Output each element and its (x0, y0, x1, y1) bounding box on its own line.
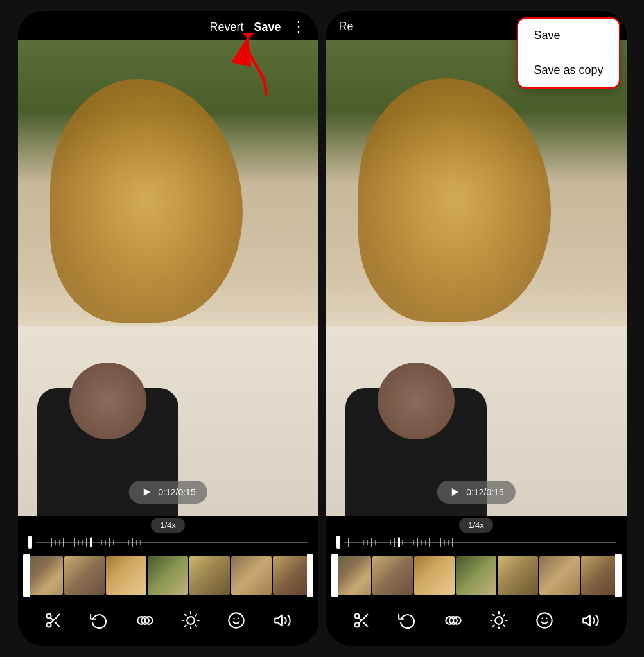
brightness-tool-left[interactable] (178, 608, 204, 633)
emoji-icon-right (535, 611, 553, 629)
filters-icon (136, 611, 154, 629)
revert-button-right[interactable]: Re (339, 20, 354, 33)
tick (452, 538, 453, 547)
emoji-tool-right[interactable] (532, 608, 557, 633)
right-phone-screen: Save Save as copy Re 0:12/0:15 (326, 11, 627, 646)
left-speed-area: 1/4x (18, 516, 318, 533)
tick (410, 540, 410, 545)
timeline-start-handle-right (336, 536, 340, 549)
play-button-left[interactable] (140, 486, 153, 499)
svg-line-13 (185, 615, 186, 616)
save-option[interactable]: Save (518, 19, 618, 53)
tick (78, 540, 79, 545)
brightness-icon-right (490, 611, 508, 629)
right-play-overlay: 0:12/0:15 (437, 481, 515, 504)
tick (375, 540, 376, 545)
right-timeline-bar[interactable] (344, 542, 616, 543)
tick (413, 540, 414, 545)
tick (425, 540, 426, 545)
more-options-left[interactable]: ⋮ (292, 20, 306, 34)
tick (59, 540, 60, 545)
right-filmstrip[interactable] (326, 554, 627, 597)
tick (63, 538, 64, 547)
filters-icon-right (444, 611, 462, 629)
left-speed-label: 1/4x (151, 518, 185, 533)
filmstrip-right-handle[interactable] (307, 554, 313, 597)
svg-point-19 (229, 613, 244, 627)
svg-point-10 (187, 617, 195, 624)
filmstrip-right-handle-right[interactable] (615, 554, 622, 597)
play-button-right[interactable] (448, 486, 461, 499)
tick (132, 538, 133, 547)
left-timeline[interactable] (18, 533, 318, 551)
tick (44, 540, 44, 545)
tick (352, 540, 352, 545)
volume-tool-right[interactable] (578, 608, 604, 633)
play-triangle-icon-right (451, 488, 458, 496)
film-frame (231, 556, 272, 595)
film-frame (64, 556, 105, 595)
left-timeline-bar[interactable] (36, 542, 308, 543)
right-timeline[interactable] (326, 533, 627, 551)
save-as-copy-option[interactable]: Save as copy (518, 53, 618, 87)
left-video-area: 0:12/0:15 (18, 40, 318, 516)
timeline-start-handle (28, 536, 32, 549)
tick (417, 538, 418, 547)
film-frame (456, 556, 496, 595)
filters-tool-right[interactable] (440, 608, 466, 633)
tick (379, 540, 379, 545)
tick (121, 538, 121, 547)
right-video-area: 0:12/0:15 (326, 40, 627, 516)
tick (94, 540, 94, 545)
volume-icon-right (582, 611, 600, 629)
filmstrip-left-handle-right[interactable] (331, 554, 338, 597)
timeline-playhead[interactable] (90, 537, 92, 547)
rotate-tool-right[interactable] (394, 608, 420, 633)
right-speed-label: 1/4x (459, 518, 493, 533)
svg-point-40 (537, 613, 552, 627)
film-frame (148, 556, 188, 595)
svg-point-31 (495, 617, 503, 624)
save-dropdown-menu[interactable]: Save Save as copy (517, 17, 620, 89)
revert-button-left[interactable]: Revert (209, 21, 243, 34)
brightness-icon (182, 611, 200, 629)
filmstrip-left-handle[interactable] (23, 554, 30, 597)
person-head (69, 363, 146, 439)
volume-icon (274, 611, 292, 629)
svg-marker-22 (275, 615, 282, 626)
left-filmstrip[interactable] (18, 554, 318, 597)
right-video-placeholder: 0:12/0:15 (326, 40, 627, 516)
svg-marker-43 (583, 615, 590, 626)
tick (356, 540, 356, 545)
scissors-tool-left[interactable] (40, 608, 66, 633)
svg-line-18 (196, 615, 197, 616)
rotate-icon-right (398, 611, 416, 629)
svg-line-14 (196, 625, 197, 626)
filters-tool-left[interactable] (132, 608, 158, 633)
tick (429, 538, 430, 547)
left-filmstrip-wrapper (18, 551, 318, 600)
tick (128, 540, 129, 545)
svg-line-38 (493, 625, 494, 626)
save-button-left[interactable]: Save (254, 21, 281, 34)
film-frame (539, 556, 580, 595)
rotate-tool-left[interactable] (86, 608, 112, 633)
timeline-playhead-right[interactable] (398, 537, 400, 547)
svg-line-5 (55, 622, 59, 626)
right-video-time: 0:12/0:15 (466, 487, 503, 497)
tick (371, 538, 372, 547)
scissors-tool-right[interactable] (349, 608, 374, 633)
film-frame (372, 556, 413, 595)
tick (74, 538, 75, 547)
tick (125, 540, 125, 545)
tick (363, 540, 364, 545)
tick (109, 538, 110, 547)
volume-tool-left[interactable] (270, 608, 295, 633)
tick (82, 540, 83, 545)
right-filmstrip-wrapper (326, 551, 627, 600)
tick (383, 538, 383, 547)
tick (421, 540, 422, 545)
emoji-tool-left[interactable] (223, 608, 249, 633)
brightness-tool-right[interactable] (486, 608, 512, 633)
left-top-bar: Revert Save ⋮ (18, 11, 318, 40)
